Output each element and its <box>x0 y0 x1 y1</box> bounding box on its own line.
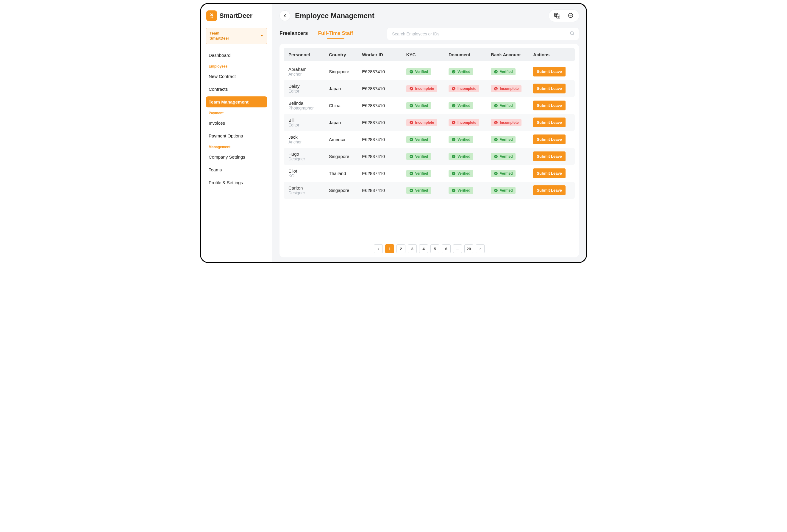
badge-label: Incomplete <box>415 87 434 91</box>
back-button[interactable] <box>279 10 290 21</box>
badge-label: Verified <box>458 137 470 141</box>
submit-leave-button[interactable]: Submit Leave <box>533 134 566 144</box>
pagination-prev[interactable] <box>374 244 383 253</box>
personnel-name: Daisy <box>289 84 329 89</box>
pagination-page-2[interactable]: 2 <box>397 244 405 253</box>
table-row: CarltonDesignerSingaporeE62837410Verifie… <box>284 182 575 199</box>
personnel-cell: AbrahamAnchor <box>289 67 329 76</box>
personnel-name: Carlton <box>289 185 329 191</box>
brand-logo: SmartDeer <box>206 10 267 21</box>
submit-leave-button[interactable]: Submit Leave <box>533 117 566 127</box>
verified-badge: Verified <box>449 136 473 143</box>
pagination-page-3[interactable]: 3 <box>408 244 417 253</box>
pagination-page-1[interactable]: 1 <box>385 244 394 253</box>
bank-cell: Verified <box>491 153 533 160</box>
badge-label: Verified <box>458 104 470 108</box>
check-circle-icon <box>409 70 413 74</box>
personnel-cell: DaisyEditor <box>289 84 329 93</box>
incomplete-badge: Incomplete <box>406 85 437 92</box>
bank-cell: Incomplete <box>491 119 533 126</box>
sidebar-item-payment-options[interactable]: Payment Options <box>206 130 267 141</box>
table-body: AbrahamAnchorSingaporeE62837410VerifiedV… <box>284 63 575 241</box>
check-circle-icon <box>451 70 456 74</box>
submit-leave-button[interactable]: Submit Leave <box>533 185 566 195</box>
tab-full-time-staff[interactable]: Full-Time Staff <box>318 28 353 39</box>
submit-leave-button[interactable]: Submit Leave <box>533 67 566 76</box>
sidebar-item-teams[interactable]: Teams <box>206 164 267 175</box>
app-frame: SmartDeer Team SmartDeer ▼ DashboardEmpl… <box>200 3 587 263</box>
kyc-cell: Incomplete <box>406 119 449 126</box>
pagination-ellipsis: ... <box>453 244 462 253</box>
pagination-page-5[interactable]: 5 <box>430 244 439 253</box>
x-circle-icon <box>409 120 413 125</box>
badge-label: Verified <box>500 104 513 108</box>
tab-freelancers[interactable]: Freelancers <box>279 28 308 39</box>
country-cell: Thailand <box>329 171 362 176</box>
sidebar-item-company-settings[interactable]: Company Settings <box>206 152 267 162</box>
sidebar-item-invoices[interactable]: Invoices <box>206 117 267 129</box>
header-action-pill: 中 <box>549 10 579 22</box>
column-header: Country <box>329 52 362 57</box>
sidebar: SmartDeer Team SmartDeer ▼ DashboardEmpl… <box>201 4 272 262</box>
badge-label: Verified <box>415 70 428 74</box>
badge-label: Verified <box>415 171 428 176</box>
bank-cell: Verified <box>491 102 533 109</box>
column-header: Document <box>449 52 491 57</box>
personnel-role: KOL <box>289 174 329 178</box>
badge-label: Verified <box>458 171 470 176</box>
check-circle-icon <box>494 70 498 74</box>
check-circle-icon <box>494 189 498 193</box>
sidebar-item-profile-settings[interactable]: Profile & Settings <box>206 177 267 188</box>
x-circle-icon <box>451 87 456 91</box>
sidebar-item-contracts[interactable]: Contracts <box>206 84 267 95</box>
team-selector[interactable]: Team SmartDeer ▼ <box>206 28 267 44</box>
pagination-page-4[interactable]: 4 <box>419 244 428 253</box>
verified-badge: Verified <box>449 102 473 109</box>
verified-badge: Verified <box>406 68 431 75</box>
pagination-page-20[interactable]: 20 <box>464 244 473 253</box>
verified-badge: Verified <box>491 170 515 177</box>
document-cell: Verified <box>449 187 491 194</box>
incomplete-badge: Incomplete <box>491 85 522 92</box>
personnel-cell: JackAnchor <box>289 134 329 144</box>
document-cell: Incomplete <box>449 119 491 126</box>
check-circle-icon <box>409 104 413 108</box>
pagination-next[interactable] <box>476 244 485 253</box>
actions-cell: Submit Leave <box>533 134 570 144</box>
search-wrap <box>387 28 579 40</box>
actions-cell: Submit Leave <box>533 117 570 127</box>
personnel-role: Anchor <box>289 139 329 144</box>
personnel-cell: CarltonDesigner <box>289 185 329 195</box>
translate-icon[interactable]: 中 <box>554 12 561 19</box>
verified-badge: Verified <box>406 102 431 109</box>
personnel-role: Anchor <box>289 72 329 76</box>
kyc-cell: Verified <box>406 102 449 109</box>
country-cell: Singapore <box>329 154 362 159</box>
incomplete-badge: Incomplete <box>406 119 437 126</box>
check-circle-icon <box>494 154 498 159</box>
submit-leave-button[interactable]: Submit Leave <box>533 84 566 93</box>
actions-cell: Submit Leave <box>533 84 570 93</box>
country-cell: Singapore <box>329 69 362 74</box>
check-circle-icon <box>494 137 498 141</box>
sidebar-item-dashboard[interactable]: Dashboard <box>206 50 267 61</box>
pagination-page-6[interactable]: 6 <box>442 244 451 253</box>
submit-leave-button[interactable]: Submit Leave <box>533 169 566 178</box>
actions-cell: Submit Leave <box>533 152 570 161</box>
submit-leave-button[interactable]: Submit Leave <box>533 152 566 161</box>
sidebar-item-new-contract[interactable]: New Contract <box>206 71 267 82</box>
nav-list: DashboardEmployeesNew ContractContractsT… <box>206 50 267 188</box>
check-circle-icon <box>451 154 456 159</box>
chat-icon[interactable] <box>567 12 574 19</box>
personnel-name: Eliot <box>289 169 329 174</box>
verified-badge: Verified <box>449 153 473 160</box>
kyc-cell: Verified <box>406 153 449 160</box>
actions-cell: Submit Leave <box>533 101 570 110</box>
sidebar-item-team-management[interactable]: Team Management <box>206 96 267 107</box>
personnel-role: Designer <box>289 156 329 161</box>
badge-label: Verified <box>458 154 470 159</box>
search-input[interactable] <box>387 28 579 40</box>
document-cell: Verified <box>449 102 491 109</box>
submit-leave-button[interactable]: Submit Leave <box>533 101 566 110</box>
column-header: Actions <box>533 52 570 57</box>
